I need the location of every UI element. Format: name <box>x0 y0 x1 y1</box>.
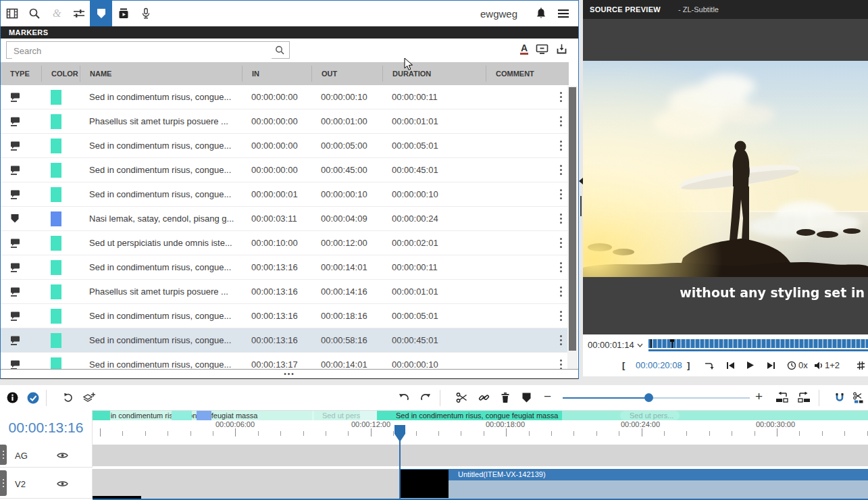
splitter-grip[interactable] <box>580 196 582 216</box>
row-menu-kebab[interactable] <box>559 334 563 347</box>
col-duration[interactable]: DURATION <box>382 66 486 82</box>
notifications-button[interactable] <box>530 1 552 26</box>
jump-to-icon[interactable] <box>705 361 714 370</box>
approve-button[interactable] <box>27 392 39 404</box>
row-menu-kebab[interactable] <box>559 261 563 274</box>
razor-split-icon[interactable] <box>852 392 865 404</box>
row-menu-kebab[interactable] <box>559 139 563 152</box>
link-icon[interactable] <box>478 392 490 403</box>
row-menu-kebab[interactable] <box>559 115 563 128</box>
track-header-v2[interactable]: V2 <box>0 469 93 499</box>
sharp-settings-icon[interactable] <box>857 361 865 370</box>
refresh-icon[interactable] <box>62 392 74 403</box>
table-row[interactable]: Sed in condimentum risus, congue... 00:0… <box>1 255 569 280</box>
mark-out-button[interactable]: ] <box>687 360 690 370</box>
row-menu-kebab[interactable] <box>559 212 563 225</box>
mark-duration-timecode[interactable]: 00:00:20:08 <box>636 360 682 370</box>
track-visibility-eye-icon[interactable] <box>57 451 68 459</box>
add-marker-icon[interactable] <box>521 392 532 403</box>
row-color-cell[interactable] <box>41 85 80 109</box>
timeline-marker-block[interactable] <box>93 411 110 420</box>
preview-viewport[interactable]: without any styling set in <box>583 19 868 334</box>
row-menu-kebab[interactable] <box>559 309 563 322</box>
row-color-cell[interactable] <box>41 109 80 133</box>
track-header-ag[interactable]: AG <box>0 443 93 468</box>
snap-magnet-icon[interactable] <box>834 392 846 404</box>
row-menu-kebab[interactable] <box>559 188 563 201</box>
col-out[interactable]: OUT <box>311 66 382 82</box>
row-color-cell[interactable] <box>41 134 80 157</box>
search-input[interactable] <box>12 43 272 59</box>
prev-frame-button[interactable] <box>726 361 735 370</box>
col-in[interactable]: IN <box>242 66 311 82</box>
preview-timecode-dropdown[interactable]: 00:00:01:14 <box>588 340 643 350</box>
zoom-in-button[interactable]: + <box>755 389 763 404</box>
track-lane-ag[interactable] <box>93 445 868 466</box>
insert-track-right-icon[interactable] <box>798 392 811 403</box>
preview-scrub-bar[interactable] <box>648 339 868 348</box>
table-row[interactable]: Sed in condimentum risus, congue... 00:0… <box>1 328 569 353</box>
row-color-cell[interactable] <box>41 231 80 255</box>
settings-tab[interactable] <box>68 1 90 26</box>
markers-tab[interactable] <box>90 1 112 26</box>
col-comment[interactable]: COMMENT <box>486 66 569 82</box>
timeline-marker-block[interactable]: Sed ut pers... <box>620 411 680 420</box>
zoom-slider[interactable] <box>563 397 750 399</box>
table-row[interactable]: Phasellus sit amet turpis posuere ... 00… <box>1 109 569 134</box>
timeline-marker-strip[interactable]: Sed in condimentum risus, congue feugiat… <box>93 411 868 420</box>
add-layer-icon[interactable] <box>82 392 95 404</box>
track-drag-handle[interactable] <box>0 445 7 465</box>
voice-over-tab[interactable] <box>134 1 157 26</box>
playhead-handle[interactable] <box>394 424 406 443</box>
col-color[interactable]: COLOR <box>41 66 80 82</box>
undo-button[interactable] <box>399 392 409 402</box>
row-color-cell[interactable] <box>41 328 80 352</box>
row-menu-kebab[interactable] <box>559 236 563 249</box>
row-color-cell[interactable] <box>41 207 80 230</box>
playback-speed-icon[interactable] <box>787 361 796 370</box>
row-color-cell[interactable] <box>41 304 80 328</box>
panel-resize-handle[interactable]: ••• <box>1 369 578 379</box>
table-row[interactable]: Phasellus sit amet turpis posuere ... 00… <box>1 280 569 304</box>
ruler-ticks[interactable] <box>93 428 868 437</box>
table-row[interactable]: Nasi lemak, satay, cendol, pisang g... 0… <box>1 207 569 231</box>
row-color-cell[interactable] <box>41 255 80 279</box>
video-clip[interactable]: Untitled(ITEM-VX-142139) <box>400 469 868 499</box>
row-menu-kebab[interactable] <box>559 91 563 103</box>
scrub-in-point[interactable] <box>650 339 652 348</box>
row-color-cell[interactable] <box>41 280 80 303</box>
track-drag-handle[interactable] <box>0 470 7 496</box>
monitor-remove-icon[interactable] <box>536 43 548 55</box>
table-row[interactable]: Sed in condimentum risus, congue... 00:0… <box>1 85 569 109</box>
search-tab[interactable] <box>23 1 45 26</box>
next-frame-button[interactable] <box>767 361 775 370</box>
col-type[interactable]: TYPE <box>1 66 41 82</box>
cut-icon[interactable] <box>456 392 467 403</box>
font-style-icon[interactable]: A <box>520 43 528 55</box>
col-name[interactable]: NAME <box>80 66 242 82</box>
user-label[interactable]: ewgweg <box>480 8 517 20</box>
row-menu-kebab[interactable] <box>559 164 563 176</box>
export-tab[interactable] <box>112 1 134 26</box>
timeline-marker-block[interactable]: Sed ut pers... <box>314 411 360 420</box>
scrollbar-thumb[interactable] <box>569 87 576 351</box>
timeline-marker-block[interactable] <box>197 411 211 420</box>
table-row[interactable]: Sed in condimentum risus, congue... 00:0… <box>1 134 569 158</box>
import-box-icon[interactable] <box>556 43 567 55</box>
table-row[interactable]: Sed in condimentum risus, congue... 00:0… <box>1 304 569 328</box>
search-icon[interactable] <box>275 45 285 55</box>
media-bin-tab[interactable] <box>1 1 23 26</box>
timeline-marker-block[interactable] <box>172 411 192 420</box>
track-visibility-eye-icon[interactable] <box>57 480 68 487</box>
zoom-slider-handle[interactable] <box>644 393 653 402</box>
audio-channels-icon[interactable] <box>814 361 823 370</box>
insert-track-left-icon[interactable] <box>775 392 788 403</box>
scrub-playhead[interactable] <box>671 339 673 348</box>
redo-button[interactable] <box>420 392 431 402</box>
table-row[interactable]: Sed in condimentum risus, congue... 00:0… <box>1 182 569 207</box>
row-color-cell[interactable] <box>41 182 80 206</box>
timeline-marker-block[interactable]: Sed in condimentum risus, congue feugiat… <box>377 411 562 420</box>
table-scrollbar[interactable] <box>567 86 578 369</box>
info-button[interactable] <box>7 392 18 403</box>
effects-tab[interactable]: & <box>45 1 68 26</box>
